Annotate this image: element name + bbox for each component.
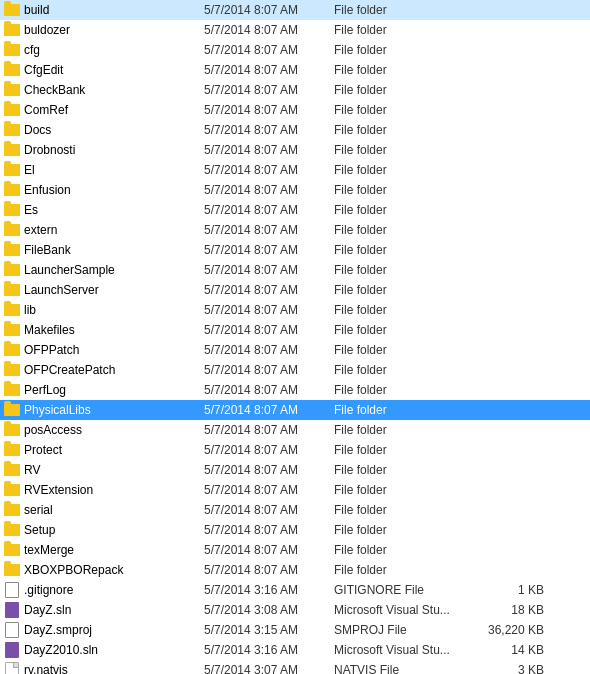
folder-icon — [4, 222, 20, 238]
file-date: 5/7/2014 8:07 AM — [204, 223, 334, 237]
folder-icon — [4, 282, 20, 298]
file-type: File folder — [334, 523, 484, 537]
file-size: 14 KB — [484, 643, 544, 657]
folder-icon — [4, 2, 20, 18]
table-row[interactable]: lib5/7/2014 8:07 AMFile folder — [0, 300, 590, 320]
table-row[interactable]: XBOXPBORepack5/7/2014 8:07 AMFile folder — [0, 560, 590, 580]
file-type: File folder — [334, 343, 484, 357]
table-row[interactable]: CheckBank5/7/2014 8:07 AMFile folder — [0, 80, 590, 100]
file-date: 5/7/2014 3:16 AM — [204, 583, 334, 597]
table-row[interactable]: El5/7/2014 8:07 AMFile folder — [0, 160, 590, 180]
file-list[interactable]: build5/7/2014 8:07 AMFile folderbuldozer… — [0, 0, 590, 674]
gitignore-icon — [4, 582, 20, 598]
smproj-icon — [4, 622, 20, 638]
folder-icon — [4, 542, 20, 558]
table-row[interactable]: Docs5/7/2014 8:07 AMFile folder — [0, 120, 590, 140]
table-row[interactable]: FileBank5/7/2014 8:07 AMFile folder — [0, 240, 590, 260]
file-size: 3 KB — [484, 663, 544, 674]
file-date: 5/7/2014 8:07 AM — [204, 183, 334, 197]
file-name: build — [24, 3, 204, 17]
folder-icon — [4, 142, 20, 158]
table-row[interactable]: LauncherSample5/7/2014 8:07 AMFile folde… — [0, 260, 590, 280]
file-type: File folder — [334, 263, 484, 277]
sln-icon — [4, 642, 20, 658]
file-date: 5/7/2014 8:07 AM — [204, 103, 334, 117]
file-date: 5/7/2014 3:08 AM — [204, 603, 334, 617]
folder-icon — [4, 522, 20, 538]
file-type: File folder — [334, 43, 484, 57]
table-row[interactable]: rv.natvis5/7/2014 3:07 AMNATVIS File3 KB — [0, 660, 590, 674]
file-date: 5/7/2014 8:07 AM — [204, 503, 334, 517]
file-date: 5/7/2014 8:07 AM — [204, 523, 334, 537]
folder-icon — [4, 202, 20, 218]
table-row[interactable]: Makefiles5/7/2014 8:07 AMFile folder — [0, 320, 590, 340]
folder-icon — [4, 42, 20, 58]
table-row[interactable]: extern5/7/2014 8:07 AMFile folder — [0, 220, 590, 240]
file-name: posAccess — [24, 423, 204, 437]
table-row[interactable]: Es5/7/2014 8:07 AMFile folder — [0, 200, 590, 220]
file-date: 5/7/2014 3:15 AM — [204, 623, 334, 637]
table-row[interactable]: DayZ.smproj5/7/2014 3:15 AMSMPROJ File36… — [0, 620, 590, 640]
table-row[interactable]: posAccess5/7/2014 8:07 AMFile folder — [0, 420, 590, 440]
file-name: FileBank — [24, 243, 204, 257]
folder-icon — [4, 322, 20, 338]
table-row[interactable]: RV5/7/2014 8:07 AMFile folder — [0, 460, 590, 480]
file-type: File folder — [334, 543, 484, 557]
file-type: File folder — [334, 463, 484, 477]
file-size: 1 KB — [484, 583, 544, 597]
table-row[interactable]: Enfusion5/7/2014 8:07 AMFile folder — [0, 180, 590, 200]
table-row[interactable]: build5/7/2014 8:07 AMFile folder — [0, 0, 590, 20]
file-type: Microsoft Visual Stu... — [334, 643, 484, 657]
file-type: File folder — [334, 363, 484, 377]
file-type: File folder — [334, 163, 484, 177]
file-name: CfgEdit — [24, 63, 204, 77]
table-row[interactable]: LaunchServer5/7/2014 8:07 AMFile folder — [0, 280, 590, 300]
table-row[interactable]: Drobnosti5/7/2014 8:07 AMFile folder — [0, 140, 590, 160]
file-date: 5/7/2014 8:07 AM — [204, 563, 334, 577]
file-name: lib — [24, 303, 204, 317]
table-row[interactable]: PhysicalLibs5/7/2014 8:07 AMFile folder — [0, 400, 590, 420]
table-row[interactable]: RVExtension5/7/2014 8:07 AMFile folder — [0, 480, 590, 500]
file-type: File folder — [334, 483, 484, 497]
file-date: 5/7/2014 8:07 AM — [204, 323, 334, 337]
table-row[interactable]: PerfLog5/7/2014 8:07 AMFile folder — [0, 380, 590, 400]
file-date: 5/7/2014 8:07 AM — [204, 63, 334, 77]
folder-icon — [4, 262, 20, 278]
folder-icon — [4, 402, 20, 418]
table-row[interactable]: Protect5/7/2014 8:07 AMFile folder — [0, 440, 590, 460]
table-row[interactable]: OFPCreatePatch5/7/2014 8:07 AMFile folde… — [0, 360, 590, 380]
table-row[interactable]: DayZ2010.sln5/7/2014 3:16 AMMicrosoft Vi… — [0, 640, 590, 660]
table-row[interactable]: serial5/7/2014 8:07 AMFile folder — [0, 500, 590, 520]
file-type: File folder — [334, 303, 484, 317]
file-type: File folder — [334, 323, 484, 337]
file-date: 5/7/2014 8:07 AM — [204, 163, 334, 177]
table-row[interactable]: texMerge5/7/2014 8:07 AMFile folder — [0, 540, 590, 560]
file-date: 5/7/2014 8:07 AM — [204, 343, 334, 357]
file-name: DayZ.sln — [24, 603, 204, 617]
folder-icon — [4, 502, 20, 518]
table-row[interactable]: cfg5/7/2014 8:07 AMFile folder — [0, 40, 590, 60]
file-date: 5/7/2014 8:07 AM — [204, 43, 334, 57]
table-row[interactable]: .gitignore5/7/2014 3:16 AMGITIGNORE File… — [0, 580, 590, 600]
table-row[interactable]: CfgEdit5/7/2014 8:07 AMFile folder — [0, 60, 590, 80]
natvis-icon — [4, 662, 20, 674]
file-name: LauncherSample — [24, 263, 204, 277]
file-type: File folder — [334, 143, 484, 157]
file-name: PerfLog — [24, 383, 204, 397]
file-type: File folder — [334, 223, 484, 237]
table-row[interactable]: OFPPatch5/7/2014 8:07 AMFile folder — [0, 340, 590, 360]
table-row[interactable]: ComRef5/7/2014 8:07 AMFile folder — [0, 100, 590, 120]
table-row[interactable]: buldozer5/7/2014 8:07 AMFile folder — [0, 20, 590, 40]
table-row[interactable]: DayZ.sln5/7/2014 3:08 AMMicrosoft Visual… — [0, 600, 590, 620]
file-name: Makefiles — [24, 323, 204, 337]
folder-icon — [4, 82, 20, 98]
file-date: 5/7/2014 8:07 AM — [204, 143, 334, 157]
file-name: .gitignore — [24, 583, 204, 597]
file-type: File folder — [334, 383, 484, 397]
file-name: El — [24, 163, 204, 177]
file-name: DayZ.smproj — [24, 623, 204, 637]
table-row[interactable]: Setup5/7/2014 8:07 AMFile folder — [0, 520, 590, 540]
file-name: CheckBank — [24, 83, 204, 97]
file-date: 5/7/2014 8:07 AM — [204, 483, 334, 497]
folder-icon — [4, 22, 20, 38]
